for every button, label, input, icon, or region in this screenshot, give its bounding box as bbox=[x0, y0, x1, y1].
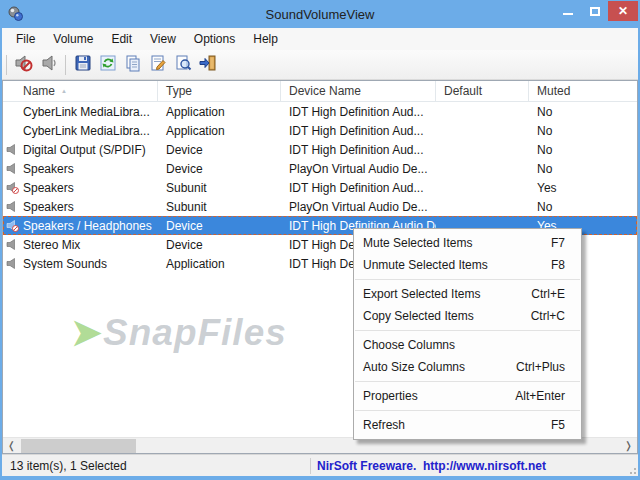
speaker-icon bbox=[6, 162, 19, 175]
cell-name: System Sounds bbox=[3, 257, 158, 270]
table-row[interactable]: Digital Output (S/PDIF)DeviceIDT High De… bbox=[3, 140, 637, 159]
cell-muted: No bbox=[529, 200, 637, 214]
cell-device-name: PlayOn Virtual Audio De... bbox=[281, 200, 436, 214]
menu-item-label: Unmute Selected Items bbox=[363, 258, 551, 272]
cell-type: Application bbox=[158, 257, 281, 270]
context-menu-item-refresh[interactable]: RefreshF5 bbox=[354, 414, 581, 436]
context-menu-item-properties[interactable]: PropertiesAlt+Enter bbox=[354, 385, 581, 407]
refresh-button[interactable] bbox=[95, 53, 120, 77]
save-icon bbox=[73, 53, 93, 76]
refresh-icon bbox=[98, 53, 118, 76]
cell-name: Stereo Mix bbox=[3, 238, 158, 252]
cell-device-name: PlayOn Virtual Audio De... bbox=[281, 162, 436, 176]
context-menu-separator bbox=[355, 279, 580, 280]
menu-volume[interactable]: Volume bbox=[44, 30, 102, 48]
speaker-muted-icon bbox=[6, 181, 19, 194]
mute-speaker-icon bbox=[14, 53, 34, 76]
close-icon: ✕ bbox=[618, 4, 628, 18]
menu-item-label: Mute Selected Items bbox=[363, 236, 551, 250]
context-menu-separator bbox=[355, 330, 580, 331]
menu-help[interactable]: Help bbox=[244, 30, 287, 48]
menu-item-label: Copy Selected Items bbox=[363, 309, 531, 323]
maximize-button[interactable] bbox=[581, 1, 608, 21]
context-menu-item-export-selected-items[interactable]: Export Selected ItemsCtrl+E bbox=[354, 283, 581, 305]
column-header-name[interactable]: Name▲ bbox=[3, 81, 158, 101]
properties-button[interactable] bbox=[145, 53, 170, 77]
exit-button[interactable] bbox=[195, 53, 220, 77]
menu-item-shortcut: F5 bbox=[551, 418, 565, 432]
table-row[interactable]: CyberLink MediaLibra...ApplicationIDT Hi… bbox=[3, 102, 637, 121]
context-menu-item-choose-columns[interactable]: Choose Columns bbox=[354, 334, 581, 356]
cell-name: CyberLink MediaLibra... bbox=[3, 124, 158, 138]
table-row[interactable]: SpeakersSubunitPlayOn Virtual Audio De..… bbox=[3, 197, 637, 216]
caption-buttons: ✕ bbox=[554, 1, 638, 21]
cell-type: Device bbox=[158, 162, 281, 176]
list-header: Name▲TypeDevice NameDefaultMuted bbox=[3, 81, 637, 102]
column-header-default[interactable]: Default bbox=[436, 81, 529, 101]
close-button[interactable]: ✕ bbox=[608, 1, 638, 21]
table-row[interactable]: SpeakersSubunitIDT High Definition Aud..… bbox=[3, 178, 637, 197]
context-menu-separator bbox=[355, 410, 580, 411]
properties-icon bbox=[148, 53, 168, 76]
cell-type: Device bbox=[158, 219, 281, 233]
cell-muted: No bbox=[529, 162, 637, 176]
cell-type: Subunit bbox=[158, 181, 281, 195]
menu-edit[interactable]: Edit bbox=[102, 30, 141, 48]
speaker-button[interactable] bbox=[36, 53, 61, 77]
toolbar-separator bbox=[65, 55, 66, 75]
speaker-icon bbox=[6, 257, 19, 270]
nirsoft-link[interactable]: NirSoft Freeware. http://www.nirsoft.net bbox=[311, 459, 638, 473]
menu-view[interactable]: View bbox=[141, 30, 185, 48]
context-menu-item-mute-selected-items[interactable]: Mute Selected ItemsF7 bbox=[354, 232, 581, 254]
cell-name: CyberLink MediaLibra... bbox=[3, 105, 158, 119]
context-menu-item-unmute-selected-items[interactable]: Unmute Selected ItemsF8 bbox=[354, 254, 581, 276]
table-row[interactable]: CyberLink MediaLibra...ApplicationIDT Hi… bbox=[3, 121, 637, 140]
mute-speaker-button[interactable] bbox=[11, 53, 36, 77]
column-header-device-name[interactable]: Device Name bbox=[281, 81, 436, 101]
speaker-icon bbox=[6, 200, 19, 213]
context-menu-separator bbox=[355, 381, 580, 382]
menu-item-shortcut: Alt+Enter bbox=[515, 389, 565, 403]
maximize-icon bbox=[590, 7, 600, 16]
column-header-muted[interactable]: Muted bbox=[529, 81, 637, 101]
scroll-left-arrow-icon[interactable]: ❬ bbox=[3, 438, 20, 454]
cell-device-name: IDT High Definition Aud... bbox=[281, 105, 436, 119]
cell-name: Speakers / Headphones bbox=[3, 219, 158, 233]
toolbar bbox=[2, 50, 638, 80]
cell-type: Subunit bbox=[158, 200, 281, 214]
menu-item-shortcut: F8 bbox=[551, 258, 565, 272]
menu-options[interactable]: Options bbox=[185, 30, 244, 48]
save-button[interactable] bbox=[70, 53, 95, 77]
speaker-muted-icon bbox=[6, 219, 19, 232]
menu-item-shortcut: Ctrl+Plus bbox=[516, 360, 565, 374]
cell-device-name: IDT High Definition Aud... bbox=[281, 181, 436, 195]
cell-device-name: IDT High Definition Aud... bbox=[281, 143, 436, 157]
menu-item-label: Export Selected Items bbox=[363, 287, 531, 301]
minimize-button[interactable] bbox=[554, 1, 581, 21]
scrollbar-thumb[interactable] bbox=[21, 439, 136, 453]
menu-item-label: Refresh bbox=[363, 418, 551, 432]
copy-icon bbox=[123, 53, 143, 76]
toolbar-grip bbox=[6, 55, 7, 75]
menu-item-label: Properties bbox=[363, 389, 515, 403]
menu-file[interactable]: File bbox=[7, 30, 44, 48]
cell-name: Digital Output (S/PDIF) bbox=[3, 143, 158, 157]
cell-name: Speakers bbox=[3, 181, 158, 195]
table-row[interactable]: SpeakersDevicePlayOn Virtual Audio De...… bbox=[3, 159, 637, 178]
find-button[interactable] bbox=[170, 53, 195, 77]
cell-type: Application bbox=[158, 105, 281, 119]
column-header-type[interactable]: Type bbox=[158, 81, 281, 101]
cell-name: Speakers bbox=[3, 162, 158, 176]
speaker-icon bbox=[6, 238, 19, 251]
cell-muted: No bbox=[529, 105, 637, 119]
menu-item-shortcut: Ctrl+C bbox=[531, 309, 565, 323]
scroll-right-arrow-icon[interactable]: ❭ bbox=[620, 438, 637, 454]
menu-item-label: Choose Columns bbox=[363, 338, 565, 352]
context-menu-item-copy-selected-items[interactable]: Copy Selected ItemsCtrl+C bbox=[354, 305, 581, 327]
resize-grip[interactable] bbox=[626, 464, 636, 474]
cell-type: Device bbox=[158, 238, 281, 252]
cell-type: Device bbox=[158, 143, 281, 157]
copy-button[interactable] bbox=[120, 53, 145, 77]
context-menu-item-auto-size-columns[interactable]: Auto Size ColumnsCtrl+Plus bbox=[354, 356, 581, 378]
find-icon bbox=[173, 53, 193, 76]
